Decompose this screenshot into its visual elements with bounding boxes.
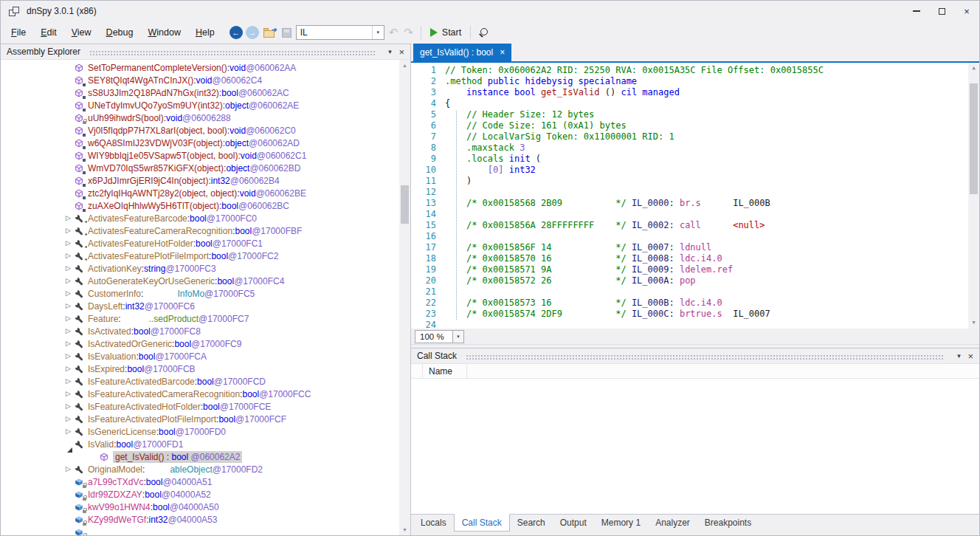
start-button[interactable]: Start [427, 27, 464, 38]
zoom-dropdown-icon[interactable]: ▼ [453, 330, 464, 343]
bottom-tab-call-stack[interactable]: Call Stack [454, 514, 510, 532]
tree-item[interactable]: w6QA8SImIJ23VDWjV03F(object) : object @0… [1, 137, 410, 149]
tree-item[interactable]: ▷*ActivatesFeatureHotFolder : bool @1700… [1, 237, 410, 250]
scroll-up-icon[interactable]: ▲ [968, 63, 979, 74]
menu-view[interactable]: View [64, 24, 99, 41]
tree-item[interactable]: ▷IsExpired : bool @17000FCB [1, 363, 410, 375]
tree-item[interactable]: ▷ActivationKey : string @17000FC3 [1, 262, 410, 275]
maximize-button[interactable] [929, 1, 954, 21]
tree-item[interactable]: Vj0I5fIqdpP7H7XL8arI(object, bool) : voi… [1, 124, 410, 137]
tree-item[interactable]: ▷AutoGenerateKeyOrUseGeneric : bool @170… [1, 275, 410, 287]
scroll-thumb[interactable] [401, 185, 409, 224]
bottom-tab-output[interactable]: Output [553, 515, 594, 531]
tree-item[interactable]: ▷*ActivatesFeaturePlotFileImport : bool … [1, 250, 410, 262]
tree-item[interactable]: IsValid : bool @17000FD1 [1, 438, 410, 450]
code-scrollbar[interactable]: ▲ ▼ [968, 63, 979, 329]
tree-item[interactable]: ▷IsFeatureActivatedBarcode : bool @17000… [1, 375, 410, 388]
panel-close-icon[interactable]: × [397, 47, 410, 57]
expander-collapsed-icon[interactable]: ▷ [63, 265, 74, 272]
expander-collapsed-icon[interactable]: ▷ [63, 252, 74, 259]
scroll-down-icon[interactable]: ▼ [399, 524, 410, 535]
tab-get-isvalid[interactable]: get_IsValid() : bool × [413, 44, 511, 61]
code-view[interactable]: 1// Token: 0x060062A2 RID: 25250 RVA: 0x… [411, 63, 979, 329]
expander-collapsed-icon[interactable]: ▷ [63, 353, 74, 360]
undo-button[interactable]: ↶ [387, 26, 400, 39]
expander-collapsed-icon[interactable]: ▷ [63, 227, 74, 234]
scroll-down-icon[interactable]: ▼ [968, 317, 979, 329]
tree-item[interactable]: zuAXeOIqHhlwWy5H6TlT(object) : bool @060… [1, 199, 410, 212]
panel-menu-icon[interactable]: ▼ [382, 49, 397, 55]
expander-collapsed-icon[interactable]: ▷ [63, 315, 74, 322]
close-button[interactable]: × [954, 1, 979, 21]
call-stack-body[interactable] [411, 379, 979, 514]
tree-item[interactable]: ▷CustomerInfo : InfoMo @17000FC5 [1, 287, 410, 300]
tree-item[interactable]: ▷IsFeatureActivatedPlotFileImport : bool… [1, 413, 410, 425]
tree-item[interactable]: ▷*ActivatesFeatureBarcode : bool @17000F… [1, 212, 410, 224]
bottom-tab-search[interactable]: Search [510, 515, 553, 531]
tree-item[interactable]: Idr99ZDXZAY : bool @04000A52 [1, 488, 410, 501]
tree-item[interactable]: kwV99o1HWN4 : bool @04000A50 [1, 501, 410, 513]
navigate-forward-button[interactable]: → [246, 26, 259, 39]
expander-expanded-icon[interactable] [63, 441, 74, 447]
menu-debug[interactable]: Debug [99, 24, 141, 41]
tree-item[interactable]: ▷IsFeatureActivatedHotFolder : bool @170… [1, 400, 410, 413]
tree-scrollbar[interactable]: ▲ ▼ [399, 60, 410, 535]
expander-collapsed-icon[interactable]: ▷ [63, 391, 74, 397]
expander-collapsed-icon[interactable]: ▷ [63, 378, 74, 385]
tree-item[interactable]: ▷DaysLeft : int32 @17000FC6 [1, 300, 410, 312]
redo-button[interactable]: ↷ [402, 26, 415, 39]
tree-item[interactable]: ▷IsActivated : bool @17000FC8 [1, 325, 410, 337]
expander-collapsed-icon[interactable]: ▷ [63, 466, 74, 473]
column-header-name[interactable]: Name [423, 364, 467, 378]
tree-item[interactable] [1, 526, 410, 535]
expander-collapsed-icon[interactable]: ▷ [63, 403, 74, 410]
expander-collapsed-icon[interactable]: ▷ [63, 215, 74, 221]
bottom-tab-breakpoints[interactable]: Breakpoints [697, 515, 759, 531]
tree-item[interactable]: SEY8tQIqt4WgATnCInJX() : void @060062C4 [1, 74, 410, 86]
bottom-tab-analyzer[interactable]: Analyzer [648, 515, 697, 531]
tab-close-icon[interactable]: × [500, 48, 505, 57]
tree-item[interactable]: ztc2fyIqIHqAWNTj28y2(object, object) : v… [1, 187, 410, 199]
tree-item[interactable]: KZy99dWeTGf : int32 @04000A53 [1, 513, 410, 526]
tree-item[interactable]: sS8U3JIm2Q18PAdN7hGx(int32) : bool @0600… [1, 86, 410, 99]
zoom-select[interactable]: 100 % [415, 330, 453, 343]
menu-edit[interactable]: Edit [33, 24, 64, 41]
tree-item[interactable]: WIY9bbIqj1e05VSapw5T(object, bool) : voi… [1, 149, 410, 162]
navigate-back-button[interactable]: ← [230, 26, 243, 39]
scroll-up-icon[interactable]: ▲ [399, 60, 410, 71]
scroll-thumb[interactable] [970, 83, 978, 194]
tree-item[interactable]: ▷IsFeatureActivatedCameraRecognition : b… [1, 388, 410, 400]
tree-item[interactable]: UNeTdyImvUQo7yoSm9UY(int32) : object @06… [1, 99, 410, 111]
tree-item[interactable]: ▷IsActivatedOrGeneric : bool @17000FC9 [1, 337, 410, 350]
tree-item[interactable]: ▷Feature : ..sedProduct @17000FC7 [1, 312, 410, 325]
bottom-tab-memory-1[interactable]: Memory 1 [594, 515, 648, 531]
open-file-icon[interactable]: ➜ [263, 28, 276, 38]
panel-close-icon[interactable]: × [966, 351, 979, 361]
expander-collapsed-icon[interactable]: ▷ [63, 365, 74, 372]
expander-collapsed-icon[interactable]: ▷ [63, 240, 74, 247]
tree-item[interactable]: ▷IsGenericLicense : bool @17000FD0 [1, 425, 410, 438]
search-icon[interactable] [478, 27, 490, 38]
menu-file[interactable]: File [4, 24, 33, 41]
expander-collapsed-icon[interactable]: ▷ [63, 290, 74, 297]
minimize-button[interactable] [904, 1, 929, 21]
tree-item[interactable]: WmVD70IqS5wr857KiGFX(object) : object @0… [1, 162, 410, 174]
expander-collapsed-icon[interactable]: ▷ [63, 303, 74, 309]
tree-item[interactable]: ▷*ActivatesFeatureCameraRecognition : bo… [1, 224, 410, 237]
expander-collapsed-icon[interactable]: ▷ [63, 428, 74, 435]
expander-collapsed-icon[interactable]: ▷ [63, 416, 74, 422]
save-icon[interactable] [282, 28, 291, 38]
menu-window[interactable]: Window [140, 24, 187, 41]
tree-item[interactable]: uUh99ihwdrS(bool) : void @06006288 [1, 111, 410, 124]
bottom-tab-locals[interactable]: Locals [413, 515, 454, 531]
tree-item[interactable]: ▷OriginalModel : ableObject @17000FD2 [1, 463, 410, 475]
panel-menu-icon[interactable]: ▼ [951, 353, 966, 360]
expander-collapsed-icon[interactable]: ▷ [63, 328, 74, 334]
tree-item[interactable]: x6PJdJImrGjERI9jC4In(object) : int32 @06… [1, 174, 410, 187]
tree-item[interactable]: SetToPermanentCompleteVersion() : void @… [1, 61, 410, 74]
tree-item[interactable]: ▷IsEvaluation : bool @17000FCA [1, 350, 410, 363]
tree-item[interactable]: get_IsValid() : bool @060062A2 [1, 450, 410, 463]
menu-help[interactable]: Help [188, 24, 222, 41]
expander-collapsed-icon[interactable]: ▷ [63, 278, 74, 284]
tree-item[interactable]: a7L99cTXdVc : bool @04000A51 [1, 475, 410, 488]
